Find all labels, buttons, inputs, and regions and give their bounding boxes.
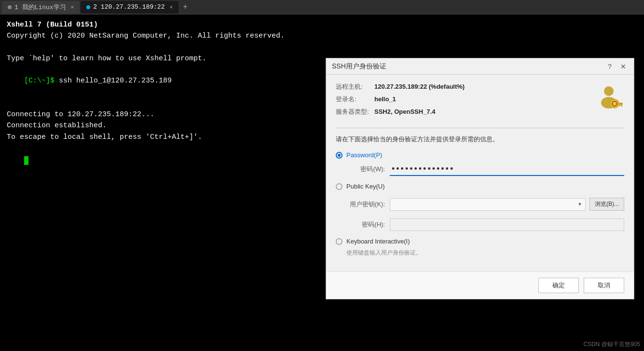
prompt: [C:\~]$: [24, 77, 59, 85]
tab-add-button[interactable]: +: [179, 1, 191, 13]
auth-icon: [593, 82, 624, 113]
publickey-pass-row: 密码(H):: [336, 218, 624, 231]
auth-method-password-header[interactable]: Password(P): [336, 151, 624, 159]
login-label: 登录名:: [336, 95, 374, 104]
svg-point-3: [612, 101, 617, 106]
publickey-key-row: 用户密钥(K): ▼ 浏览(B)...: [336, 194, 624, 215]
userkey-label: 用户密钥(K):: [346, 200, 385, 209]
tab-1[interactable]: 1 我的Linux学习 ✕: [2, 1, 80, 14]
server-type-label: 服务器类型:: [336, 108, 374, 116]
password-input[interactable]: [390, 162, 624, 176]
dialog-close-button[interactable]: ✕: [618, 62, 628, 71]
terminal-line-2: Copyright (c) 2020 NetSarang Computer, I…: [7, 30, 637, 41]
server-type-value: SSH2, OpenSSH_7.4: [374, 108, 435, 115]
instructions-text: 请在下面选择恰当的身份验证方法并提供登录所需的信息。: [336, 135, 624, 144]
keyboard-method-label[interactable]: Keyboard Interactive(I): [346, 238, 410, 245]
watermark: CSDN @鲸干言悠905: [583, 340, 640, 349]
tab1-close[interactable]: ✕: [71, 4, 74, 10]
dialog-controls: ? ✕: [605, 62, 628, 71]
remote-host-row: 远程主机: 120.27.235.189:22 (%default%): [336, 82, 588, 91]
dialog-footer: 确定 取消: [326, 271, 634, 299]
command: ssh hello_1@120.27.235.189: [59, 77, 172, 85]
server-type-row: 服务器类型: SSH2, OpenSSH_7.4: [336, 108, 588, 116]
tab1-dot: [8, 5, 12, 9]
info-section: 远程主机: 120.27.235.189:22 (%default%) 登录名:…: [336, 82, 624, 120]
passphrase-label: 密码(H):: [346, 220, 385, 229]
confirm-button[interactable]: 确定: [538, 278, 579, 293]
tab-bar: 1 我的Linux学习 ✕ 2 120.27.235.189:22 ✕ +: [0, 0, 644, 14]
remote-host-label: 远程主机:: [336, 82, 374, 91]
auth-method-password: Password(P) 密码(W):: [336, 151, 624, 176]
svg-rect-6: [619, 105, 620, 106]
password-radio[interactable]: [336, 152, 343, 159]
password-field-row: 密码(W):: [336, 162, 624, 176]
keyboard-radio[interactable]: [336, 238, 343, 245]
userkey-combo[interactable]: ▼: [390, 198, 586, 211]
login-value: hello_1: [374, 95, 396, 103]
terminal-line-1: Xshell 7 (Build 0151): [7, 19, 637, 30]
ssh-auth-dialog: SSH用户身份验证 ? ✕ 远程主机: 120.27.235.189:22 (%…: [326, 58, 634, 299]
tab-2[interactable]: 2 120.27.235.189:22 ✕: [81, 1, 178, 14]
remote-host-value: 120.27.235.189:22 (%default%): [374, 83, 465, 90]
dialog-titlebar: SSH用户身份验证 ? ✕: [326, 58, 634, 75]
password-label: 密码(W):: [346, 165, 385, 174]
dialog-help-button[interactable]: ?: [605, 62, 615, 71]
tab2-dot: [86, 5, 90, 9]
passphrase-input: [390, 218, 624, 231]
auth-icon-svg: [594, 83, 623, 112]
dialog-title: SSH用户身份验证: [332, 62, 386, 71]
cursor-block: [24, 156, 28, 165]
auth-method-keyboard-header[interactable]: Keyboard Interactive(I): [336, 238, 624, 245]
auth-method-publickey-header[interactable]: Public Key(U): [336, 183, 624, 190]
info-divider: [336, 128, 624, 128]
svg-rect-5: [621, 105, 622, 107]
publickey-radio[interactable]: [336, 183, 343, 190]
combo-arrow-icon: ▼: [577, 202, 582, 207]
publickey-method-label[interactable]: Public Key(U): [346, 183, 384, 190]
svg-rect-4: [618, 103, 623, 105]
dialog-body: 远程主机: 120.27.235.189:22 (%default%) 登录名:…: [326, 75, 634, 271]
terminal-line-3: [7, 42, 637, 53]
tab2-label: 2 120.27.235.189:22: [93, 3, 164, 11]
tab1-label: 1 我的Linux学习: [14, 3, 66, 12]
browse-button[interactable]: 浏览(B)...: [589, 198, 624, 211]
keyboard-description: 使用键盘输入用户身份验证。: [336, 249, 624, 257]
auth-method-keyboard: Keyboard Interactive(I) 使用键盘输入用户身份验证。: [336, 238, 624, 257]
info-fields: 远程主机: 120.27.235.189:22 (%default%) 登录名:…: [336, 82, 588, 120]
tab2-close[interactable]: ✕: [169, 4, 173, 10]
cancel-button[interactable]: 取消: [584, 278, 624, 293]
password-method-label[interactable]: Password(P): [346, 151, 382, 159]
login-row: 登录名: hello_1: [336, 95, 588, 104]
auth-method-publickey: Public Key(U) 用户密钥(K): ▼ 浏览(B)... 密码(H):: [336, 183, 624, 231]
svg-point-0: [604, 86, 614, 96]
